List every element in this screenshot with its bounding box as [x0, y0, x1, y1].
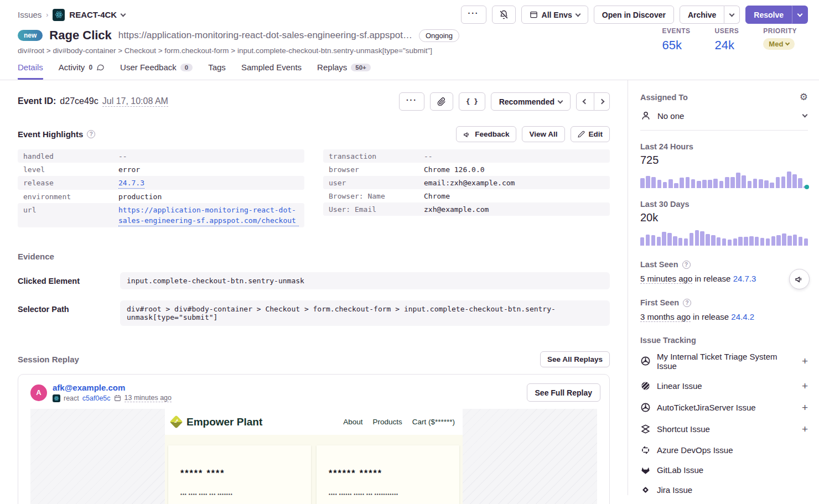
feedback-button[interactable]: Feedback: [456, 126, 516, 142]
last-30-days-chart[interactable]: [640, 229, 808, 246]
edit-button[interactable]: Edit: [571, 126, 610, 142]
react-project-icon: [53, 9, 65, 21]
add-issue-link-button[interactable]: +: [802, 380, 808, 392]
highlights-row-right: Browser: NameChrome: [323, 189, 610, 202]
priority-selector[interactable]: Med: [763, 38, 795, 50]
issue-header: new Rage Click https://application-monit…: [0, 26, 819, 55]
product-title: ***** ****: [180, 469, 299, 479]
highlight-value[interactable]: https://application-monitoring-react-dot…: [118, 205, 299, 226]
event-timestamp[interactable]: Jul 17, 10:08 AM: [102, 96, 168, 107]
chart-bar: [684, 238, 688, 246]
last-24-hours-chart[interactable]: [640, 172, 808, 188]
copy-event-link-button[interactable]: [430, 92, 453, 111]
window-icon: [530, 11, 538, 19]
replay-time-ago[interactable]: 13 minutes ago: [125, 394, 172, 402]
issue-tracking-item[interactable]: GitLab Issue: [640, 460, 808, 480]
issue-tracking-item[interactable]: Linear Issue+: [640, 375, 808, 397]
resolve-dropdown-button[interactable]: [792, 6, 808, 24]
assignee-selector[interactable]: No one: [640, 102, 808, 131]
add-issue-link-button[interactable]: +: [802, 402, 808, 414]
see-full-replay-button[interactable]: See Full Replay: [527, 383, 600, 402]
event-navigation-selector[interactable]: Recommended: [491, 92, 571, 111]
last-seen-release-link[interactable]: 24.7.3: [733, 274, 756, 283]
see-all-replays-button[interactable]: See All Replays: [540, 351, 610, 367]
resolve-button[interactable]: Resolve: [745, 6, 792, 24]
tab-replays[interactable]: Replays50+: [317, 63, 371, 80]
issue-tracking-item[interactable]: My Internal Ticket Triage System Issue+: [640, 347, 808, 375]
tab-tags[interactable]: Tags: [208, 63, 226, 80]
chart-bar: [646, 235, 650, 246]
last-30-days-section: Last 30 Days 20k: [640, 200, 808, 246]
replay-user-link[interactable]: afk@example.com: [53, 383, 527, 392]
replay-nav-links: AboutProductsCart ($******): [343, 418, 455, 426]
first-seen-ago[interactable]: 3 months ago: [640, 312, 691, 322]
chevron-right-icon: [599, 99, 605, 105]
chart-bar: [717, 237, 720, 246]
issue-tracking-item[interactable]: Jira Issue: [640, 480, 808, 500]
highlights-row-left: levelerror: [18, 163, 304, 176]
add-issue-link-button[interactable]: +: [802, 423, 808, 435]
mute-alerts-button[interactable]: [492, 6, 516, 24]
tab-badge: 50+: [351, 64, 371, 71]
product-description: *** **** **** *** *******: [180, 492, 299, 497]
tab-count: 0: [89, 64, 92, 71]
chart-bar: [663, 182, 667, 188]
archive-dropdown-button[interactable]: [724, 6, 740, 24]
breadcrumb-project-name[interactable]: REACT-4CK: [69, 10, 117, 19]
breadcrumb-separator: ›: [46, 11, 48, 19]
evidence-value: div#root > div#body-container > Checkout…: [120, 300, 610, 326]
tab-details[interactable]: Details: [18, 63, 43, 80]
stat-value-link[interactable]: 65k: [662, 38, 690, 53]
substatus-badge: Ongoing: [419, 29, 459, 42]
highlights-row-right: User: Emailzxh@example.com: [323, 202, 610, 216]
chart-bar: [651, 177, 656, 188]
azure-devops-icon: [640, 445, 651, 455]
project-chevron-down-icon[interactable]: [121, 11, 126, 17]
open-in-discover-button[interactable]: Open in Discover: [594, 6, 674, 24]
issue-tracking-item[interactable]: Azure DevOps Issue: [640, 440, 808, 460]
tab-activity[interactable]: Activity0: [59, 63, 105, 80]
chart-bar: [719, 181, 724, 188]
next-event-button[interactable]: [594, 92, 610, 111]
breadcrumb-issues-link[interactable]: Issues: [18, 10, 42, 19]
highlight-value: zxh@example.com: [424, 204, 489, 215]
chart-bar: [668, 179, 673, 188]
event-navigation-label: Recommended: [499, 97, 554, 106]
replay-letterbox[interactable]: Empower Plant AboutProductsCart ($******…: [30, 409, 597, 504]
help-icon[interactable]: ?: [682, 261, 691, 269]
stat-users: USERS24k: [714, 27, 739, 53]
more-options-button[interactable]: ···: [461, 6, 486, 24]
tab-label: Sampled Events: [241, 63, 302, 72]
issue-tracking-item[interactable]: Shortcut Issue+: [640, 418, 808, 440]
view-json-button[interactable]: { }: [459, 92, 485, 111]
help-icon[interactable]: ?: [87, 130, 95, 138]
archive-button[interactable]: Archive: [680, 6, 724, 24]
shortcut-icon: [640, 424, 651, 434]
tab-sampled-events[interactable]: Sampled Events: [241, 63, 302, 80]
tab-label: Replays: [317, 63, 347, 72]
highlight-key: browser: [329, 164, 424, 175]
floating-feedback-button[interactable]: [789, 269, 810, 289]
replay-id-link[interactable]: c5af0e5c: [82, 394, 111, 402]
evidence-title: Evidence: [18, 252, 610, 261]
view-all-button[interactable]: View All: [522, 126, 564, 142]
highlight-value[interactable]: 24.7.3: [118, 178, 144, 189]
gear-icon[interactable]: ⚙: [800, 92, 808, 102]
chart-bar: [640, 237, 644, 246]
environment-selector[interactable]: All Envs: [521, 6, 588, 24]
event-more-options-button[interactable]: ···: [399, 92, 424, 111]
highlights-table-left: handled--levelerrorrelease24.7.3environm…: [18, 149, 304, 227]
stat-value-link[interactable]: 24k: [714, 38, 739, 53]
last-seen-title: Last Seen?: [640, 260, 808, 269]
help-icon[interactable]: ?: [683, 299, 691, 307]
issue-tracking-item[interactable]: AutoTicketJiraServer Issue+: [640, 397, 808, 418]
add-issue-link-button[interactable]: +: [802, 355, 808, 367]
evidence-rows: Clicked Elementinput.complete-checkout-b…: [18, 272, 610, 326]
first-seen-release-link[interactable]: 24.4.2: [731, 312, 754, 321]
tab-user-feedback[interactable]: User Feedback0: [120, 63, 193, 80]
empower-plant-logo-icon: [169, 415, 183, 428]
last-seen-ago[interactable]: 5 minutes ago: [640, 274, 692, 284]
bell-slash-icon: [499, 10, 509, 19]
recommended-chevron-down-icon: [558, 98, 563, 103]
previous-event-button[interactable]: [576, 92, 594, 111]
